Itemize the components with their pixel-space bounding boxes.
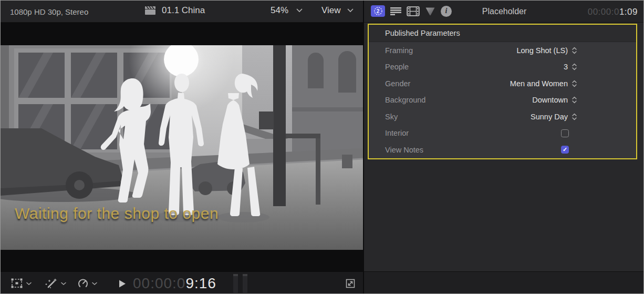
generator-badge: 2	[371, 5, 385, 17]
fullscreen-icon[interactable]	[345, 278, 356, 289]
viewer-canvas: Waiting for the shop to open	[1, 23, 363, 271]
param-row-interior: Interior ✓	[369, 125, 636, 142]
format-info: 1080p HD 30p, Stereo	[10, 7, 88, 16]
timecode-value: 9:16	[185, 275, 216, 291]
text-inspector-icon[interactable]	[390, 6, 402, 16]
transform-menu[interactable]	[10, 278, 32, 289]
param-label: Framing	[385, 46, 413, 55]
published-parameters-title: Published Parameters	[369, 25, 636, 42]
info-inspector-icon[interactable]: i	[441, 6, 452, 17]
project-title-group: 01.1 China	[144, 5, 205, 16]
sky-popup[interactable]: Sunny Day	[531, 113, 577, 121]
zoom-level: 54%	[271, 5, 288, 16]
audio-meters[interactable]	[233, 274, 247, 293]
cone-icon[interactable]	[424, 6, 436, 16]
param-value: Sunny Day	[531, 113, 568, 121]
retime-menu[interactable]	[77, 278, 97, 289]
chevron-down-icon	[61, 282, 66, 286]
gender-popup[interactable]: Men and Women	[510, 79, 577, 88]
zoom-menu[interactable]: 54%	[271, 5, 303, 16]
video-inspector-icon[interactable]	[407, 6, 420, 16]
param-row-people: People 3	[369, 59, 636, 76]
param-row-view-notes: View Notes ✓	[369, 141, 636, 158]
viewer-header: 1080p HD 30p, Stereo 01.1 China 54%	[1, 1, 363, 23]
viewer-pane: 1080p HD 30p, Stereo 01.1 China 54%	[1, 1, 363, 294]
param-row-gender: Gender Men and Women	[369, 75, 636, 92]
timecode-prefix: 00:00:0	[133, 275, 185, 291]
inspector-tabs: 2	[371, 5, 452, 17]
viewer-toolbar: 00:00:09:16	[1, 271, 363, 294]
timecode-value: 1:09	[619, 7, 638, 17]
chevron-down-icon	[26, 282, 32, 286]
project-title: 01.1 China	[162, 5, 205, 16]
stepper-icon	[572, 46, 577, 55]
view-menu-label: View	[321, 5, 341, 16]
retime-gauge-icon	[77, 278, 89, 289]
interior-checkbox[interactable]: ✓	[561, 129, 569, 137]
chevron-down-icon	[296, 8, 303, 13]
param-value: Long Shot (LS)	[516, 46, 568, 55]
enhancements-menu[interactable]	[45, 278, 66, 289]
param-label: Sky	[385, 113, 398, 121]
clapperboard-icon	[144, 6, 156, 15]
stepper-icon	[572, 113, 577, 121]
chevron-down-icon	[347, 8, 354, 13]
param-label: People	[385, 63, 409, 71]
param-label: Interior	[385, 129, 409, 137]
stepper-icon	[572, 63, 577, 71]
param-value: 3	[564, 63, 568, 71]
audio-meter-right	[243, 274, 247, 293]
title-caption: Waiting for the shop to open	[15, 205, 219, 222]
param-label: Background	[385, 96, 425, 104]
inspector-header: 2	[364, 1, 644, 23]
param-row-framing: Framing Long Shot (LS)	[369, 42, 636, 59]
play-button[interactable]	[119, 280, 126, 288]
audio-meter-left	[233, 274, 238, 293]
chevron-down-icon	[92, 282, 97, 286]
final-cut-pro-window: 1080p HD 30p, Stereo 01.1 China 54%	[0, 0, 644, 294]
stepper-icon	[572, 79, 577, 88]
transform-icon	[10, 278, 24, 289]
viewer-timecode[interactable]: 00:00:09:16	[133, 275, 216, 292]
param-label: View Notes	[385, 146, 423, 154]
inspector-title: Placeholder	[482, 7, 527, 16]
inspector-bottom-strip	[364, 271, 644, 294]
magic-wand-icon	[45, 278, 58, 289]
param-value: Men and Women	[510, 79, 568, 88]
view-notes-checkbox[interactable]: ✓	[561, 146, 569, 154]
stepper-icon	[572, 96, 577, 104]
timecode-prefix: 00:00:0	[588, 7, 619, 17]
param-value: Downtown	[532, 96, 568, 104]
generator-inspector-icon[interactable]: 2	[371, 5, 385, 17]
check-icon: ✓	[563, 147, 567, 153]
inspector-timecode: 00:00:01:09	[588, 7, 638, 17]
view-menu[interactable]: View	[321, 5, 354, 16]
param-row-sky: Sky Sunny Day	[369, 108, 636, 125]
inspector-pane: 2	[363, 1, 644, 294]
people-popup[interactable]: 3	[564, 63, 577, 71]
param-label: Gender	[385, 79, 410, 88]
background-popup[interactable]: Downtown	[532, 96, 577, 104]
framing-popup[interactable]: Long Shot (LS)	[516, 46, 577, 55]
published-parameters-panel: Published Parameters Framing Long Shot (…	[368, 24, 637, 159]
param-row-background: Background Downtown	[369, 92, 636, 109]
